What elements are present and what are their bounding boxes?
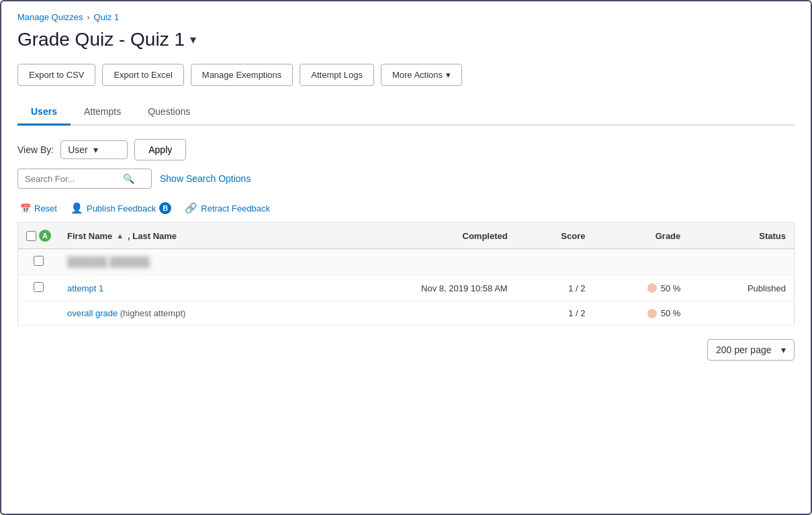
search-row: 🔍 Show Search Options — [17, 169, 795, 189]
view-by-dropdown-icon: ▾ — [93, 144, 98, 155]
tab-questions[interactable]: Questions — [134, 99, 204, 126]
retract-feedback-link[interactable]: 🔗 Retract Feedback — [185, 202, 270, 214]
reset-link[interactable]: 📅 Reset — [20, 203, 57, 214]
badge-a: A — [39, 230, 51, 242]
breadcrumb: Manage Quizzes › Quiz 1 — [17, 12, 795, 22]
page-title-container: Grade Quiz - Quiz 1 ▾ — [17, 29, 795, 50]
score-cell: 1 / 2 — [516, 275, 594, 301]
overall-grade-row: overall grade (highest attempt) 1 / 2 50… — [18, 301, 795, 326]
badge-b: B — [159, 202, 171, 214]
overall-grade-cell: 50 % — [594, 301, 689, 326]
overall-grade-dot-icon — [647, 309, 657, 318]
view-by-label: View By: — [17, 144, 54, 155]
page-title: Grade Quiz - Quiz 1 — [17, 29, 185, 50]
per-page-value: 200 per page — [716, 344, 772, 355]
action-bar: 📅 Reset 👤 Publish Feedback B 🔗 Retract F… — [17, 202, 795, 214]
publish-feedback-link[interactable]: 👤 Publish Feedback B — [71, 202, 171, 214]
page-container: Manage Quizzes › Quiz 1 Grade Quiz - Qui… — [0, 0, 812, 515]
view-by-value: User — [68, 144, 88, 155]
view-by-select[interactable]: User ▾ — [60, 140, 128, 159]
overall-grade-value: 50 % — [661, 308, 681, 318]
per-page-arrow-icon: ▾ — [781, 344, 786, 355]
overall-checkbox-cell — [18, 301, 60, 326]
overall-sublabel: (highest attempt) — [120, 308, 186, 318]
retract-feedback-label: Retract Feedback — [201, 203, 270, 214]
attempt-name-cell: attempt 1 — [59, 275, 318, 301]
grade-header: Grade — [594, 223, 689, 249]
status-header: Status — [688, 223, 794, 249]
attempt-checkbox-cell — [18, 275, 60, 301]
retract-feedback-icon: 🔗 — [185, 202, 197, 214]
sort-arrow-icon: ▲ — [116, 232, 124, 240]
overall-score-cell: 1 / 2 — [516, 301, 594, 326]
publish-feedback-icon: 👤 — [71, 202, 83, 214]
reset-label: Reset — [34, 203, 57, 214]
reset-icon: 📅 — [20, 203, 31, 214]
search-box: 🔍 — [17, 169, 152, 189]
overall-label-cell: overall grade (highest attempt) — [59, 301, 318, 326]
overall-grade-link[interactable]: overall grade — [67, 308, 118, 318]
publish-feedback-label: Publish Feedback — [87, 203, 156, 214]
title-dropdown-arrow[interactable]: ▾ — [190, 32, 196, 47]
group-checkbox[interactable] — [34, 256, 44, 266]
toolbar: Export to CSV Export to Excel Manage Exe… — [17, 64, 795, 86]
breadcrumb-current: Quiz 1 — [94, 12, 120, 22]
col-name-header[interactable]: First Name ▲ , Last Name — [59, 223, 318, 249]
grades-table: A First Name ▲ , Last Name Completed Sco… — [17, 222, 795, 326]
select-all-cell: A — [18, 223, 60, 249]
grade-cell: 50 % — [594, 275, 689, 301]
lastname-header-label: , Last Name — [128, 231, 177, 241]
status-cell: Published — [688, 275, 794, 301]
tabs-container: Users Attempts Questions — [17, 99, 795, 126]
manage-exemptions-button[interactable]: Manage Exemptions — [191, 64, 294, 86]
search-input[interactable] — [25, 174, 119, 184]
pagination: 200 per page ▾ — [17, 339, 795, 361]
firstname-header-label: First Name — [67, 231, 112, 241]
score-header: Score — [516, 223, 594, 249]
more-actions-arrow-icon: ▾ — [446, 70, 451, 80]
group-user-name: ██████ ██████ — [67, 256, 150, 267]
attempt-checkbox[interactable] — [34, 282, 44, 292]
completed-cell: Nov 8, 2019 10:58 AM — [318, 275, 516, 301]
attempt-logs-button[interactable]: Attempt Logs — [300, 64, 374, 86]
search-icon: 🔍 — [123, 173, 134, 184]
attempt-row: attempt 1 Nov 8, 2019 10:58 AM 1 / 2 50 … — [18, 275, 795, 301]
attempt-link[interactable]: attempt 1 — [67, 283, 103, 293]
completed-header: Completed — [318, 223, 516, 249]
export-excel-button[interactable]: Export to Excel — [102, 64, 183, 86]
tab-attempts[interactable]: Attempts — [71, 99, 134, 126]
group-name-cell: ██████ ██████ — [59, 249, 795, 275]
per-page-select[interactable]: 200 per page ▾ — [707, 339, 795, 361]
more-actions-button[interactable]: More Actions ▾ — [381, 64, 462, 86]
group-checkbox-cell — [18, 249, 60, 275]
select-all-checkbox[interactable] — [26, 231, 36, 241]
breadcrumb-separator: › — [87, 13, 90, 22]
overall-completed-cell — [318, 301, 516, 326]
group-row: ██████ ██████ — [18, 249, 795, 275]
view-by-row: View By: User ▾ Apply — [17, 139, 795, 160]
tab-users[interactable]: Users — [17, 99, 71, 126]
grade-value: 50 % — [661, 283, 681, 293]
export-csv-button[interactable]: Export to CSV — [17, 64, 95, 86]
breadcrumb-parent[interactable]: Manage Quizzes — [17, 12, 83, 22]
grade-dot-icon — [647, 283, 657, 293]
show-search-options-link[interactable]: Show Search Options — [160, 173, 251, 184]
overall-status-cell — [688, 301, 794, 326]
status-value: Published — [748, 283, 786, 293]
apply-button[interactable]: Apply — [134, 139, 186, 160]
